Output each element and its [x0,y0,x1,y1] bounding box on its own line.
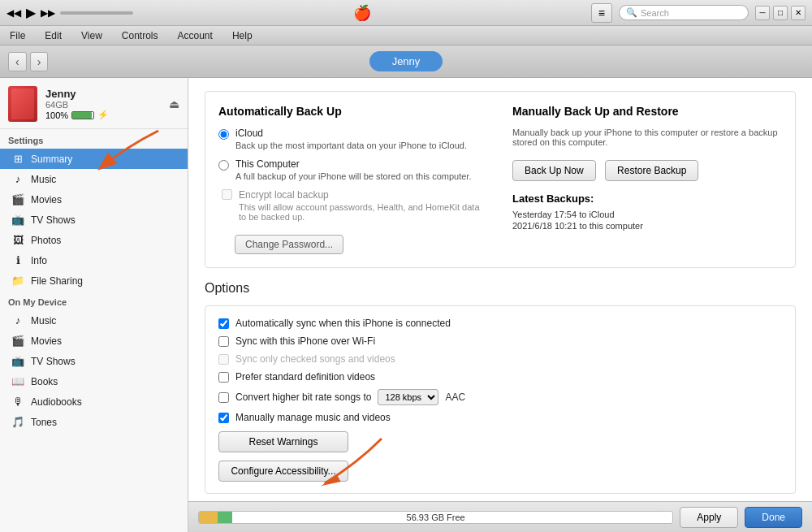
storage-wrapper: 56.93 GB Free [198,511,673,524]
reset-warnings-button[interactable]: Reset Warnings [218,431,348,452]
standard-def-checkbox[interactable] [218,372,229,383]
sidebar-item-movies2[interactable]: 🎬 Movies [0,331,188,351]
playback-progress[interactable] [60,11,133,15]
sidebar-item-music[interactable]: ♪ Music [0,169,188,189]
eject-button[interactable]: ⏏ [169,97,179,110]
icloud-option[interactable]: iCloud Back up the most important data o… [218,128,488,150]
playback-controls: ◀◀ ▶ ▶▶ [6,5,133,20]
option-auto-sync: Automatically sync when this iPhone is c… [218,318,782,329]
back-up-now-button[interactable]: Back Up Now [512,160,596,181]
sidebar-label-movies: Movies [31,194,62,205]
sidebar-label-audiobooks: Audiobooks [31,396,82,408]
next-button[interactable]: ▶▶ [41,7,55,19]
icloud-radio[interactable] [218,129,229,140]
sidebar-item-books[interactable]: 📖 Books [0,371,188,391]
this-computer-radio[interactable] [218,160,229,171]
device-header: Jenny 64GB 100% ⚡ ⏏ [0,78,188,129]
menu-file[interactable]: File [6,28,28,43]
standard-def-label: Prefer standard definition videos [235,371,375,383]
menu-edit[interactable]: Edit [41,28,65,43]
main-layout: Jenny 64GB 100% ⚡ ⏏ Settings ⊞ Summary ♪… [0,78,812,532]
title-bar: ◀◀ ▶ ▶▶ 🍎 ≡ 🔍 Search ─ □ ✕ [0,0,812,26]
options-box: Automatically sync when this iPhone is c… [205,305,796,494]
option-checked-songs: Sync only checked songs and videos [218,353,782,365]
sidebar-item-info[interactable]: ℹ Info [0,250,188,270]
storage-free [232,512,672,523]
option-convert-bitrate: Convert higher bit rate songs to 128 kbp… [218,389,782,405]
backup-entry-0: Yesterday 17:54 to iCloud [512,210,782,219]
minimize-button[interactable]: ─ [755,6,770,20]
info-icon: ℹ [11,254,24,266]
tv2-icon: 📺 [11,355,24,367]
list-view-button[interactable]: ≡ [591,3,612,23]
search-bar[interactable]: 🔍 Search [619,5,749,20]
device-name: Jenny [45,88,161,100]
manual-manage-checkbox[interactable] [218,413,229,423]
storage-green [218,512,231,523]
sidebar-item-tones[interactable]: 🎵 Tones [0,412,188,432]
sidebar-item-movies[interactable]: 🎬 Movies [0,189,188,210]
checked-songs-checkbox[interactable] [218,354,229,365]
encrypt-checkbox[interactable] [222,189,232,200]
sidebar-item-file-sharing[interactable]: 📁 File Sharing [0,270,188,291]
back-button[interactable]: ‹ [8,52,27,71]
battery-bar [71,111,94,119]
sidebar-item-music2[interactable]: ♪ Music [0,310,188,331]
books-icon: 📖 [11,375,24,387]
encrypt-desc: This will allow account passwords, Healt… [239,202,488,222]
auto-sync-checkbox[interactable] [218,318,229,329]
menu-view[interactable]: View [78,28,106,43]
music2-icon: ♪ [11,314,24,327]
encrypt-option[interactable]: Encrypt local backup This will allow acc… [222,189,488,222]
nav-bar: ‹ › Jenny [0,45,812,78]
summary-icon: ⊞ [11,153,24,165]
device-tab[interactable]: Jenny [369,51,443,71]
done-button[interactable]: Done [745,507,802,528]
tones-icon: 🎵 [11,416,24,428]
auto-sync-label: Automatically sync when this iPhone is c… [235,318,451,329]
bitrate-select[interactable]: 128 kbps 192 kbps 256 kbps 320 kbps [378,389,438,405]
sidebar-item-summary[interactable]: ⊞ Summary [0,149,188,169]
settings-section-label: Settings [0,129,188,149]
menu-account[interactable]: Account [175,28,216,43]
forward-button[interactable]: › [30,52,49,71]
battery-label: 100% [45,110,68,120]
bottom-bar: 56.93 GB Free Apply Done [188,501,812,532]
menu-help[interactable]: Help [229,28,256,43]
sidebar-label-info: Info [31,255,47,266]
restore-backup-button[interactable]: Restore Backup [605,160,698,181]
wifi-sync-label: Sync with this iPhone over Wi-Fi [235,335,375,347]
encrypt-label: Encrypt local backup [239,189,488,201]
options-title: Options [205,281,796,296]
auto-backup-title: Automatically Back Up [218,105,488,118]
backup-left: Automatically Back Up iCloud Back up the… [218,105,488,254]
sidebar-label-photos: Photos [31,235,61,246]
sidebar-item-tv-shows2[interactable]: 📺 TV Shows [0,351,188,371]
maximize-button[interactable]: □ [773,6,788,20]
sidebar-item-photos[interactable]: 🖼 Photos [0,230,188,250]
change-password-button[interactable]: Change Password... [235,235,343,254]
sidebar-label-tones: Tones [31,417,57,428]
content-area: Automatically Back Up iCloud Back up the… [188,78,812,532]
search-placeholder: Search [641,8,669,18]
close-button[interactable]: ✕ [791,6,806,20]
wifi-sync-checkbox[interactable] [218,336,229,347]
convert-bitrate-checkbox[interactable] [218,392,229,403]
latest-backups: Latest Backups: Yesterday 17:54 to iClou… [512,192,782,231]
apply-button[interactable]: Apply [680,507,738,528]
menu-controls[interactable]: Controls [119,28,162,43]
this-computer-option[interactable]: This Computer A full backup of your iPho… [218,158,488,181]
sidebar-item-audiobooks[interactable]: 🎙 Audiobooks [0,391,188,412]
sidebar-label-books: Books [31,376,58,387]
sidebar-label-tv-shows: TV Shows [31,214,76,226]
icloud-desc: Back up the most important data on your … [235,141,467,150]
play-button[interactable]: ▶ [26,5,36,20]
nav-arrows: ‹ › [8,52,48,71]
prev-button[interactable]: ◀◀ [6,7,21,19]
sidebar-item-tv-shows[interactable]: 📺 TV Shows [0,210,188,230]
configure-accessibility-button[interactable]: Configure Accessibility... [218,461,348,482]
storage-yellow [199,512,218,523]
option-wifi-sync: Sync with this iPhone over Wi-Fi [218,335,782,347]
movies2-icon: 🎬 [11,335,24,347]
option-manual-manage: Manually manage music and videos [218,412,782,423]
